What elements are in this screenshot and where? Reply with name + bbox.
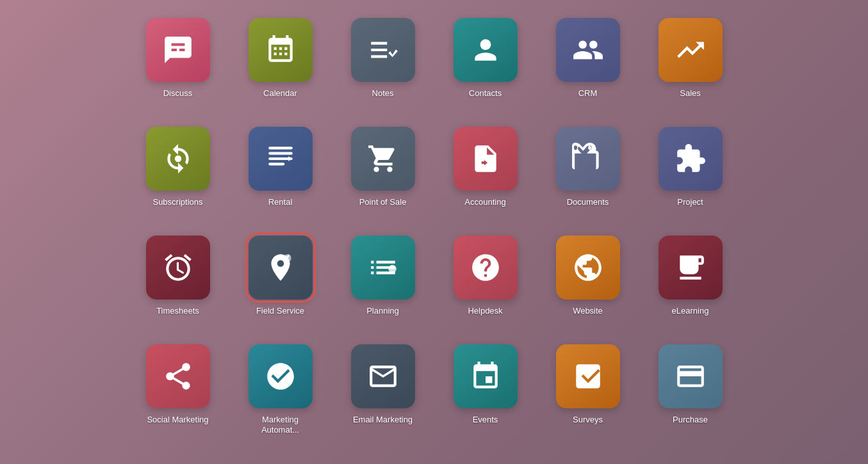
app-icon-social-marketing (146, 344, 210, 408)
app-icon-email-marketing (351, 344, 415, 408)
app-item-helpdesk[interactable]: Helpdesk (444, 236, 527, 338)
app-label-helpdesk: Helpdesk (468, 306, 502, 317)
app-icon-subscriptions (146, 127, 210, 191)
app-icon-surveys (556, 344, 620, 408)
app-label-crm: CRM (578, 88, 598, 99)
app-icon-notes (351, 18, 415, 82)
app-item-field-service[interactable]: Field Service (239, 236, 322, 338)
app-label-project: Project (677, 197, 703, 208)
app-item-notes[interactable]: Notes (341, 18, 425, 120)
app-icon-timesheets (146, 236, 210, 300)
app-label-contacts: Contacts (469, 88, 502, 99)
app-icon-discuss (146, 18, 210, 82)
svg-rect-4 (268, 163, 284, 165)
app-item-social-marketing[interactable]: Social Marketing (136, 344, 220, 447)
app-item-elearning[interactable]: eLearning (649, 236, 732, 338)
app-icon-project (659, 127, 723, 191)
app-label-discuss: Discuss (163, 88, 193, 99)
app-item-point-of-sale[interactable]: Point of Sale (341, 127, 425, 229)
app-item-email-marketing[interactable]: Email Marketing (341, 344, 425, 447)
svg-rect-2 (268, 152, 293, 154)
app-item-project[interactable]: Project (649, 127, 732, 229)
app-item-timesheets[interactable]: Timesheets (136, 236, 220, 338)
app-item-contacts[interactable]: Contacts (444, 18, 527, 120)
app-item-documents[interactable]: Documents (546, 127, 630, 229)
app-item-sales[interactable]: Sales (649, 18, 732, 120)
app-item-accounting[interactable]: Accounting (444, 127, 527, 229)
app-label-marketing-automation: Marketing Automat... (245, 415, 316, 436)
app-icon-documents (556, 127, 620, 191)
app-label-subscriptions: Subscriptions (152, 197, 202, 208)
app-icon-point-of-sale (351, 127, 415, 191)
svg-rect-1 (268, 147, 293, 149)
app-item-surveys[interactable]: Surveys (546, 344, 630, 447)
app-icon-accounting (454, 127, 518, 191)
app-item-events[interactable]: Events (444, 344, 527, 447)
app-item-calendar[interactable]: Calendar (239, 18, 322, 120)
app-item-crm[interactable]: CRM (546, 18, 630, 120)
app-icon-contacts (454, 18, 518, 82)
app-label-point-of-sale: Point of Sale (359, 197, 407, 208)
app-icon-rental (249, 127, 313, 191)
app-grid: DiscussCalendarNotesContactsCRMSalesSubs… (124, 5, 745, 460)
app-icon-helpdesk (454, 236, 518, 300)
app-label-documents: Documents (567, 197, 609, 208)
app-item-website[interactable]: Website (546, 236, 630, 338)
app-icon-calendar (249, 18, 313, 82)
app-item-purchase[interactable]: Purchase (649, 344, 732, 447)
app-label-purchase: Purchase (673, 415, 708, 426)
app-item-rental[interactable]: Rental (239, 127, 322, 229)
app-label-rental: Rental (268, 197, 293, 208)
app-item-planning[interactable]: Planning (341, 236, 425, 338)
app-label-notes: Notes (372, 88, 394, 99)
app-icon-elearning (659, 236, 723, 300)
app-item-subscriptions[interactable]: Subscriptions (136, 127, 220, 229)
app-icon-sales (659, 18, 723, 82)
app-icon-field-service (249, 236, 313, 300)
app-item-marketing-automation[interactable]: Marketing Automat... (239, 344, 322, 447)
app-icon-purchase (659, 344, 723, 408)
app-label-social-marketing: Social Marketing (147, 415, 208, 426)
svg-point-6 (388, 264, 397, 273)
app-label-elearning: eLearning (672, 306, 709, 317)
app-label-planning: Planning (366, 306, 399, 317)
app-icon-crm (556, 18, 620, 82)
app-label-events: Events (473, 415, 498, 426)
app-label-calendar: Calendar (263, 88, 297, 99)
app-icon-website (556, 236, 620, 300)
app-icon-marketing-automation (249, 344, 313, 408)
app-label-accounting: Accounting (464, 197, 505, 208)
app-label-email-marketing: Email Marketing (353, 415, 413, 426)
app-item-discuss[interactable]: Discuss (136, 18, 220, 120)
app-label-sales: Sales (680, 88, 701, 99)
svg-point-0 (174, 155, 181, 161)
app-icon-planning (351, 236, 415, 300)
app-label-surveys: Surveys (573, 415, 603, 426)
app-label-timesheets: Timesheets (156, 306, 199, 317)
app-label-website: Website (573, 306, 603, 317)
app-label-field-service: Field Service (256, 306, 304, 317)
app-icon-events (454, 344, 518, 408)
